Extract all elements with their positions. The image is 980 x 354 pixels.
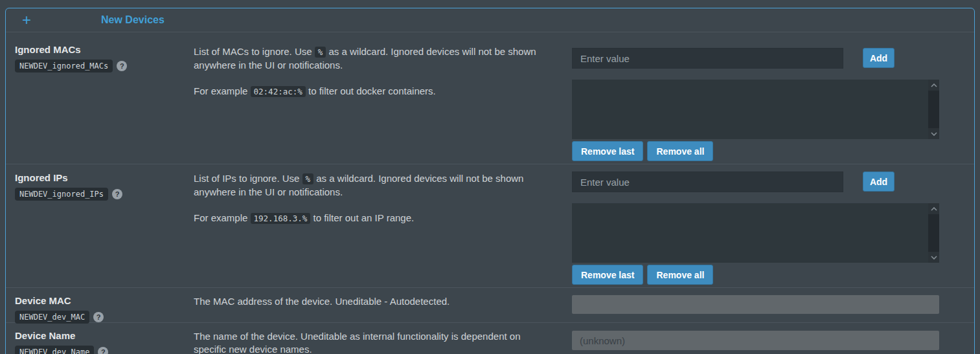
remove-last-button[interactable]: Remove last: [572, 141, 643, 161]
add-button[interactable]: Add: [863, 48, 895, 68]
setting-label: Device Name: [15, 330, 178, 341]
input-row: Add: [572, 171, 974, 192]
setting-label: Ignored MACs: [15, 44, 178, 55]
inline-code: %: [302, 173, 314, 184]
setting-key-line: NEWDEV_dev_MAC ?: [15, 311, 178, 324]
panel-title[interactable]: New Devices: [101, 14, 165, 26]
setting-row-ignored-macs: Ignored MACs NEWDEV_ignored_MACs ? List …: [6, 32, 974, 164]
setting-label: Device MAC: [15, 295, 178, 306]
new-devices-settings-panel: + New Devices Ignored MACs NEWDEV_ignore…: [5, 8, 975, 354]
setting-description: The MAC address of the device. Uneditabl…: [185, 288, 563, 324]
list-actions: Remove last Remove all: [572, 141, 974, 161]
setting-description: The name of the device. Uneditable as in…: [185, 323, 563, 354]
expand-section-icon[interactable]: +: [21, 12, 32, 28]
device-mac-input: [572, 295, 939, 314]
inline-code: 02:42:ac:%: [251, 86, 306, 97]
scroll-up-icon[interactable]: [928, 80, 939, 91]
ignored-macs-input[interactable]: [572, 48, 843, 69]
description-text: The name of the device. Uneditable as in…: [194, 330, 554, 354]
setting-label-cell: Ignored IPs NEWDEV_ignored_IPs ?: [6, 164, 185, 287]
help-icon[interactable]: ?: [112, 189, 122, 199]
scroll-down-icon[interactable]: [928, 252, 939, 263]
help-icon[interactable]: ?: [98, 347, 108, 354]
ignored-ips-input[interactable]: [572, 171, 843, 192]
setting-controls: Add Remove last Remove all: [563, 32, 974, 164]
setting-label-cell: Device MAC NEWDEV_dev_MAC ?: [6, 288, 185, 324]
scrollbar-track[interactable]: [928, 91, 939, 128]
scrollbar-track[interactable]: [928, 214, 939, 252]
setting-label: Ignored IPs: [15, 172, 178, 183]
description-text: List of IPs to ignore. Use % as a wildca…: [194, 172, 554, 199]
description-example: For example 02:42:ac:% to filter out doc…: [194, 85, 554, 98]
setting-row-device-mac: Device MAC NEWDEV_dev_MAC ? The MAC addr…: [6, 287, 974, 322]
setting-label-cell: Ignored MACs NEWDEV_ignored_MACs ?: [6, 32, 185, 164]
list-actions: Remove last Remove all: [572, 265, 974, 285]
remove-last-button[interactable]: Remove last: [572, 265, 643, 285]
setting-key-line: NEWDEV_dev_Name ?: [15, 346, 178, 354]
setting-label-cell: Device Name NEWDEV_dev_Name ?: [6, 323, 185, 354]
inline-code: %: [315, 47, 326, 58]
setting-key-badge: NEWDEV_ignored_IPs: [15, 188, 108, 201]
setting-key-badge: NEWDEV_dev_MAC: [15, 311, 89, 324]
setting-description: List of MACs to ignore. Use % as a wildc…: [185, 32, 563, 164]
device-name-input: [572, 331, 939, 350]
description-example: For example 192.168.3.% to filter out an…: [194, 212, 554, 225]
remove-all-button[interactable]: Remove all: [647, 141, 713, 161]
remove-all-button[interactable]: Remove all: [647, 265, 713, 285]
scroll-down-icon[interactable]: [928, 128, 939, 139]
input-row: Add: [572, 48, 974, 69]
help-icon[interactable]: ?: [117, 61, 127, 71]
setting-controls: [563, 323, 974, 354]
ignored-macs-listbox[interactable]: [572, 80, 939, 139]
setting-key-line: NEWDEV_ignored_MACs ?: [15, 60, 178, 72]
description-text: The MAC address of the device. Uneditabl…: [194, 295, 554, 308]
setting-row-device-name: Device Name NEWDEV_dev_Name ? The name o…: [6, 322, 974, 354]
inline-code: 192.168.3.%: [251, 213, 311, 224]
panel-header: + New Devices: [6, 8, 974, 32]
setting-row-ignored-ips: Ignored IPs NEWDEV_ignored_IPs ? List of…: [6, 164, 974, 287]
add-button[interactable]: Add: [863, 171, 895, 192]
setting-key-badge: NEWDEV_ignored_MACs: [15, 60, 113, 72]
listbox-scrollbar[interactable]: [928, 203, 939, 263]
scroll-up-icon[interactable]: [928, 203, 939, 214]
setting-description: List of IPs to ignore. Use % as a wildca…: [185, 164, 563, 287]
description-text: List of MACs to ignore. Use % as a wildc…: [194, 45, 554, 72]
setting-key-line: NEWDEV_ignored_IPs ?: [15, 188, 178, 201]
setting-controls: [563, 288, 974, 324]
ignored-ips-listbox[interactable]: [572, 203, 939, 263]
listbox-scrollbar[interactable]: [928, 80, 939, 139]
help-icon[interactable]: ?: [93, 312, 104, 322]
setting-controls: Add Remove last Remove all: [563, 164, 974, 287]
setting-key-badge: NEWDEV_dev_Name: [15, 346, 94, 354]
